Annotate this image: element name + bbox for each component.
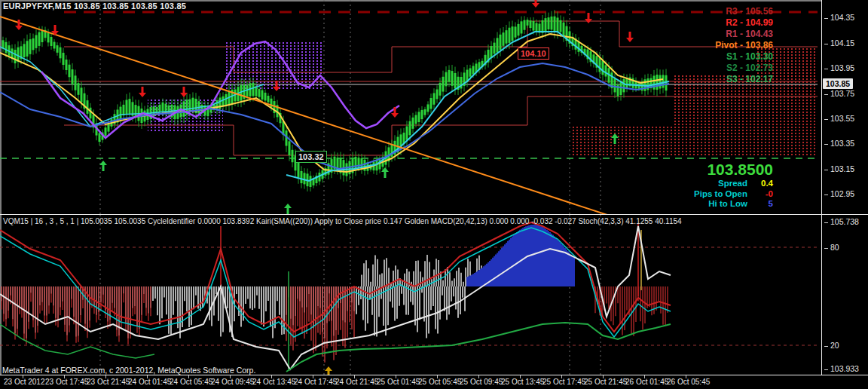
time-axis[interactable]: 23 Oct 201223 Oct 17:4523 Oct 21:4524 Oc… <box>0 375 868 389</box>
price-axis-label: 104.15 <box>824 38 854 47</box>
info-row: Pips to Open-0 <box>694 189 773 200</box>
time-axis-label: 23 Oct 17:45 <box>45 378 88 386</box>
chart-price-label: 104.10 <box>518 47 549 60</box>
time-axis-label: 24 Oct 01:45 <box>128 378 171 386</box>
time-axis-label: 25 Oct 09:45 <box>460 378 503 386</box>
time-axis-label: 24 Oct 13:45 <box>252 378 295 386</box>
mt4-window: EURJPYFXF,M15 103.85 103.85 103.85 103.8… <box>0 0 868 389</box>
green-left <box>0 324 154 358</box>
time-axis-label: 25 Oct 01:45 <box>377 378 420 386</box>
price-axis-label: 103.35 <box>824 139 854 148</box>
price-axis-label: 102.95 <box>824 189 854 198</box>
time-axis-label: 23 Oct 2012 <box>4 378 44 386</box>
pivot-level-s3: S3 - 102.17 <box>715 74 773 85</box>
pivot-level-r3: R3 - 105.56 <box>715 6 773 17</box>
time-axis-label: 24 Oct 17:45 <box>294 378 337 386</box>
price-axis-label: 103.55 <box>824 114 854 123</box>
time-axis-label: 25 Oct 05:45 <box>418 378 461 386</box>
sell-signal-arrow-icon <box>139 93 146 97</box>
time-axis-label: 25 Oct 13:45 <box>501 378 544 386</box>
sell-signal-arrow-icon <box>15 26 23 30</box>
time-axis-label: 24 Oct 05:45 <box>170 378 212 386</box>
indicator-header: VQM15 | 16 , 3 , 5 , 1 | 105.0035 105.00… <box>3 217 682 225</box>
indicator-axis-label: 105.738 <box>824 217 859 226</box>
indicator-axis-label: 80 <box>824 243 839 252</box>
pivot-level-pivot: Pivot - 103.86 <box>715 40 773 51</box>
channel-line <box>64 21 818 72</box>
current-price-tag: 103.85 <box>823 78 853 89</box>
red-cloud <box>673 75 818 156</box>
ma-yellow <box>0 34 663 172</box>
indicator-axis-label: 20 <box>824 341 839 350</box>
price-axis[interactable]: 104.35104.15103.95103.75103.55103.35103.… <box>821 0 868 375</box>
panel-separator[interactable] <box>0 214 868 215</box>
time-axis-label: 26 Oct 05:45 <box>667 378 710 386</box>
sell-signal-arrow-icon <box>532 3 539 8</box>
buy-signal-arrow-icon <box>284 204 292 208</box>
chart-title: EURJPYFXF,M15 103.85 103.85 103.85 103.8… <box>3 2 186 11</box>
main-chart[interactable]: EURJPYFXF,M15 103.85 103.85 103.85 103.8… <box>0 0 821 215</box>
chart-price-label: 103.32 <box>295 151 327 163</box>
current-price-readout: 103.8500 <box>694 161 773 179</box>
pivot-level-r2: R2 - 104.99 <box>715 17 773 29</box>
buy-signal-arrow-icon <box>325 366 332 371</box>
price-axis-label: 103.95 <box>824 63 854 72</box>
pivot-level-s1: S1 - 103.30 <box>715 51 773 63</box>
price-axis-label: 103.75 <box>824 89 854 98</box>
price-axis-label: 103.15 <box>824 164 854 173</box>
copyright-text: MetaTrader 4 at FOREX.com, c 2001-2012, … <box>2 366 255 375</box>
time-axis-label: 24 Oct 21:45 <box>335 378 378 386</box>
red-cloud <box>573 127 672 155</box>
indicator-axis-label: 103.933 <box>824 364 859 373</box>
pivot-level-s2: S2 - 102.73 <box>715 63 773 74</box>
panel-separator-bottom <box>0 375 868 375</box>
info-row: Spread0.4 <box>694 179 773 189</box>
time-axis-label: 23 Oct 21:45 <box>87 378 130 386</box>
sell-signal-arrow-icon <box>626 38 634 42</box>
time-axis-label: 26 Oct 01:45 <box>625 378 668 386</box>
time-axis-label: 25 Oct 17:45 <box>542 378 585 386</box>
time-axis-label: 25 Oct 21:45 <box>584 378 627 386</box>
info-row: Hi to Low5 <box>694 199 773 210</box>
price-info-panel: 103.8500 Spread0.4Pips to Open-0Hi to Lo… <box>694 161 773 210</box>
time-axis-label: 24 Oct 09:45 <box>211 378 254 386</box>
pivot-levels: R3 - 105.56R2 - 104.99R1 - 104.43Pivot -… <box>715 6 773 85</box>
sell-signal-arrow-icon <box>391 113 399 118</box>
indicator-panel[interactable] <box>0 215 821 375</box>
price-axis-label: 104.35 <box>824 13 854 22</box>
pivot-level-r1: R1 - 104.43 <box>715 29 773 40</box>
